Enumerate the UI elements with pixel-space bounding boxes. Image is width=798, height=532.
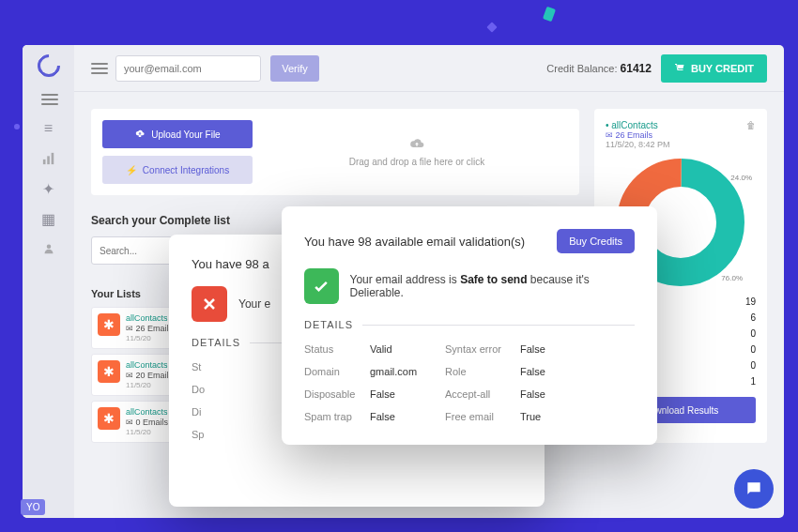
svg-rect-1 — [47, 156, 50, 164]
chat-icon — [744, 479, 763, 498]
svg-rect-0 — [42, 160, 45, 164]
upload-file-button[interactable]: Upload Your File — [102, 120, 253, 148]
yo-badge: YO — [21, 499, 45, 515]
buy-credit-button[interactable]: BUY CREDIT — [661, 54, 767, 83]
logo-icon — [33, 50, 65, 82]
credit-balance: Credit Balance: 61412 — [546, 62, 652, 75]
menu-toggle[interactable] — [41, 94, 56, 105]
verify-button[interactable]: Verify — [270, 55, 319, 82]
sidebar: ≡ ✦ ▦ — [23, 45, 74, 518]
dropzone[interactable]: Drag and drop a file here or click — [266, 120, 568, 184]
chat-button[interactable] — [734, 469, 774, 509]
topbar: Verify Credit Balance: 61412 BUY CREDIT — [74, 45, 784, 92]
nav-settings-icon[interactable]: ✦ — [40, 182, 57, 195]
nav-chart-icon[interactable] — [40, 152, 57, 165]
details-label: DETAILS — [304, 319, 635, 330]
status-ok-icon — [304, 268, 339, 304]
hubspot-icon: ✱ — [98, 313, 120, 336]
cloud-upload-icon — [134, 129, 146, 139]
hubspot-icon: ✱ — [98, 407, 120, 430]
chart-label-invalid: 24.0% — [730, 174, 752, 182]
cart-icon — [674, 63, 685, 74]
nav-calendar-icon[interactable]: ▦ — [40, 212, 57, 225]
status-text: Your email address is Safe to send becau… — [350, 273, 636, 299]
connect-integrations-button[interactable]: ⚡ Connect Integrations — [102, 156, 253, 184]
cloud-icon — [407, 138, 427, 153]
your-lists-title: Your Lists — [91, 288, 141, 299]
svg-point-3 — [46, 245, 51, 250]
hubspot-icon: ✱ — [98, 360, 120, 383]
svg-rect-2 — [51, 153, 54, 164]
plug-icon: ⚡ — [126, 165, 137, 175]
details-grid: StatusValid Syntax errorFalse Domaingmai… — [304, 343, 635, 422]
status-bad-icon — [192, 286, 227, 322]
upload-card: Upload Your File ⚡ Connect Integrations … — [91, 109, 579, 195]
chart-label-deliverable: 76.0% — [721, 274, 743, 282]
status-text: Your e — [238, 297, 270, 311]
validation-modal-front: You have 98 available email validation(s… — [282, 206, 657, 445]
delete-icon[interactable]: 🗑 — [746, 120, 756, 149]
nav-user-icon[interactable] — [40, 242, 57, 255]
modal-headline: You have 98 available email validation(s… — [304, 235, 525, 249]
nav-list-icon[interactable]: ≡ — [40, 122, 57, 135]
hamburger-icon[interactable] — [91, 63, 106, 74]
email-input[interactable] — [115, 55, 261, 82]
buy-credits-button[interactable]: Buy Credits — [557, 229, 635, 253]
